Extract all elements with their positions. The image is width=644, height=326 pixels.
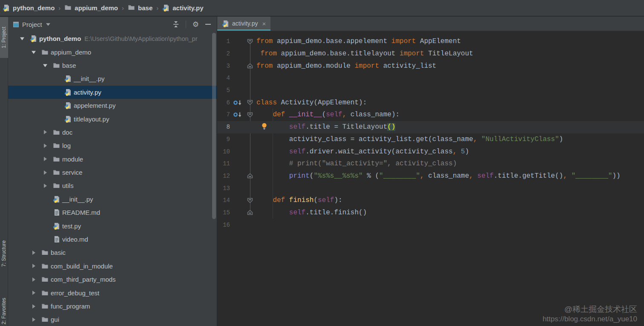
code-line-15[interactable]: 15 self.title.finish() — [217, 207, 644, 219]
folder-icon — [51, 142, 62, 149]
folder-icon — [51, 62, 62, 69]
chevron-collapsed-icon[interactable] — [28, 250, 39, 255]
editor: activity.py × 1from appium_demo.base.app… — [217, 17, 644, 326]
tree-item-log[interactable]: log — [8, 139, 217, 152]
breadcrumb-item-activity-py[interactable]: activity.py — [162, 4, 203, 12]
tree-item-doc[interactable]: doc — [8, 126, 217, 139]
fold-marker-icon[interactable] — [244, 198, 256, 203]
code-line-11[interactable]: 11 # print("wait_activity=", activity_cl… — [217, 158, 644, 170]
line-number: 6 — [217, 99, 230, 106]
tree-item-com-third-party-mods[interactable]: com_third_party_mods — [8, 273, 217, 286]
line-number: 14 — [217, 197, 230, 204]
tool-button-structure-label: 7: Structure — [1, 240, 7, 267]
line-number: 2 — [217, 50, 230, 57]
folder-icon — [51, 129, 62, 136]
tree-item--init-py[interactable]: __init__.py — [8, 72, 217, 85]
override-marker-icon[interactable] — [230, 112, 244, 118]
chevron-collapsed-icon[interactable] — [40, 130, 51, 135]
tree-item-basic[interactable]: basic — [8, 246, 217, 259]
tree-item-test-py[interactable]: test.py — [8, 219, 217, 232]
project-tree-scrollbar[interactable] — [212, 33, 216, 219]
chevron-collapsed-icon[interactable] — [28, 317, 39, 322]
collapse-all-icon[interactable] — [172, 21, 179, 28]
code-editor[interactable]: 1from appium_demo.base.appelement import… — [217, 31, 644, 231]
tree-item-appium-demo[interactable]: appium_demo — [8, 45, 217, 58]
intention-bulb-icon[interactable] — [262, 123, 267, 130]
folder-icon — [39, 303, 50, 309]
override-marker-icon[interactable] — [230, 100, 244, 106]
breadcrumb-item-appium-demo[interactable]: appium_demo — [64, 4, 118, 12]
line-number: 8 — [217, 124, 230, 130]
project-panel-title[interactable]: Project — [22, 21, 42, 28]
tree-item-label: doc — [62, 129, 72, 136]
tool-button-structure[interactable]: 7: Structure — [0, 231, 8, 277]
gear-icon[interactable]: ⚙ — [193, 21, 199, 28]
code-line-10[interactable]: 10 self.driver.wait_activity(activity_cl… — [217, 145, 644, 158]
tree-item-utils[interactable]: utils — [8, 179, 217, 192]
fold-marker-icon[interactable] — [244, 100, 256, 105]
fold-marker-icon[interactable] — [244, 112, 256, 118]
chevron-collapsed-icon[interactable] — [28, 263, 39, 268]
tab-activity-py[interactable]: activity.py × — [217, 17, 270, 31]
chevron-collapsed-icon[interactable] — [28, 290, 39, 295]
code-text: from appium_demo.base.appelement import … — [256, 38, 461, 45]
code-line-1[interactable]: 1from appium_demo.base.appelement import… — [217, 35, 644, 48]
code-text: def finish(self): — [256, 196, 342, 204]
chevron-collapsed-icon[interactable] — [40, 156, 51, 162]
chevron-collapsed-icon[interactable] — [28, 277, 39, 282]
watermark-line2: https://blog.csdn.net/a_yue10 — [543, 314, 637, 323]
tree-item-python-demo[interactable]: python_demoE:\Users\Github\MyApplication… — [8, 32, 217, 45]
folder-icon — [39, 49, 50, 55]
fold-marker-icon[interactable] — [244, 39, 256, 44]
code-line-6[interactable]: 6class Activity(AppElement): — [217, 96, 644, 109]
breadcrumb-item-python-demo[interactable]: python_demo — [3, 4, 55, 12]
chevron-collapsed-icon[interactable] — [28, 304, 39, 309]
tree-item-activity-py[interactable]: activity.py — [8, 86, 217, 99]
tree-item-module[interactable]: module — [8, 153, 217, 166]
code-line-5[interactable]: 5 — [217, 84, 644, 97]
code-line-4[interactable]: 4 — [217, 72, 644, 84]
code-line-12[interactable]: 12 print("%s%s__%s%s" % ("________", cla… — [217, 170, 644, 182]
fold-marker-icon[interactable] — [244, 63, 256, 69]
tree-item-error-debug-test[interactable]: error_debug_test — [8, 286, 217, 299]
code-line-13[interactable]: 13 — [217, 182, 644, 194]
tree-item-gui[interactable]: gui — [8, 313, 217, 326]
close-icon[interactable]: × — [262, 20, 266, 27]
tree-item-video-md[interactable]: video.md — [8, 233, 217, 246]
chevron-expanded-icon[interactable] — [40, 63, 51, 68]
line-number: 4 — [217, 75, 230, 81]
tree-item-service[interactable]: service — [8, 166, 217, 179]
chevron-collapsed-icon[interactable] — [40, 183, 51, 188]
code-line-14[interactable]: 14 def finish(self): — [217, 194, 644, 207]
tree-item-label: com_build_in_module — [51, 263, 113, 270]
breadcrumb-item-base[interactable]: base — [128, 4, 152, 12]
tree-item-titlelayout-py[interactable]: titlelayout.py — [8, 112, 217, 125]
tree-item-appelement-py[interactable]: appelement.py — [8, 99, 217, 112]
fold-marker-icon[interactable] — [244, 173, 256, 179]
chevron-collapsed-icon[interactable] — [40, 143, 51, 148]
fold-marker-icon[interactable] — [244, 210, 256, 215]
tree-item-com-build-in-module[interactable]: com_build_in_module — [8, 260, 217, 273]
tree-item-base[interactable]: base — [8, 59, 217, 72]
code-line-16[interactable]: 16 — [217, 219, 644, 231]
chevron-down-icon[interactable] — [46, 23, 50, 26]
tool-button-project[interactable]: 1: Project — [0, 17, 8, 58]
tree-item-label: titlelayout.py — [74, 115, 109, 123]
code-line-9[interactable]: 9 activity_class = activity_list.get(cla… — [217, 133, 644, 146]
chevron-expanded-icon[interactable] — [28, 50, 39, 55]
chevron-expanded-icon[interactable] — [17, 36, 28, 41]
project-root-path: E:\Users\Github\MyApplication\python_pr — [84, 35, 197, 42]
folder-icon — [128, 4, 135, 12]
tool-button-favorites[interactable]: 2: Favorites — [0, 290, 8, 326]
python-file-icon — [51, 196, 62, 203]
code-line-3[interactable]: 3from appium_demo.module import activity… — [217, 60, 644, 72]
tree-item-func-program[interactable]: func_program — [8, 300, 217, 313]
code-line-2[interactable]: 2 from appium_demo.base.titlelayout impo… — [217, 48, 644, 60]
hide-panel-icon[interactable] — [205, 24, 211, 25]
tree-item-readme-md[interactable]: README.md — [8, 206, 217, 219]
tree-item--init-py[interactable]: __init__.py — [8, 193, 217, 206]
code-line-8[interactable]: 8 self.title = TitleLayout() — [217, 121, 644, 133]
chevron-collapsed-icon[interactable] — [40, 170, 51, 175]
code-line-7[interactable]: 7 def __init__(self, class_name): — [217, 109, 644, 121]
toolbar-separator — [186, 20, 186, 28]
